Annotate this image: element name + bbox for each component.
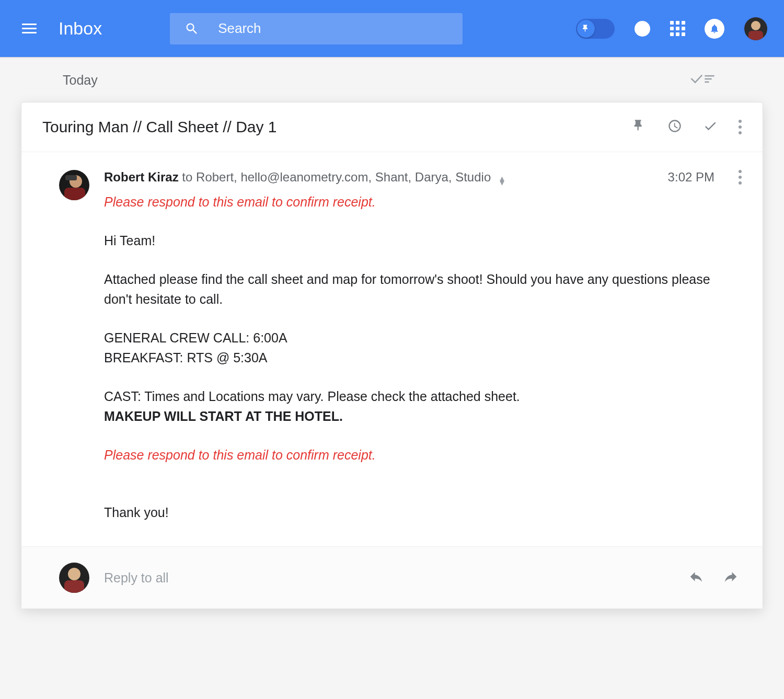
search-input[interactable]: Search	[170, 13, 463, 44]
account-avatar[interactable]	[744, 17, 767, 40]
svg-point-11	[68, 568, 80, 580]
more-button[interactable]	[739, 120, 742, 134]
forward-icon	[723, 569, 739, 585]
recipients: Robert, hello@leanometry.com, Shant, Dar…	[196, 170, 491, 184]
check-icon	[703, 119, 718, 133]
notifications-button[interactable]	[705, 19, 724, 39]
message-body: Please respond to this email to confirm …	[104, 192, 742, 522]
subject-actions	[632, 119, 742, 135]
header-actions	[576, 17, 767, 40]
forward-button[interactable]	[723, 569, 739, 587]
snooze-button[interactable]	[667, 119, 682, 135]
message: Robert Kiraz to Robert, hello@leanometry…	[21, 152, 763, 546]
greeting: Hi Team!	[104, 231, 742, 250]
subject-row: Touring Man // Call Sheet // Day 1	[21, 102, 763, 152]
menu-button[interactable]	[17, 16, 42, 41]
general-crew-call: GENERAL CREW CALL: 6:00A	[104, 328, 742, 348]
hamburger-icon	[22, 21, 37, 36]
search-icon	[185, 21, 199, 36]
apps-icon[interactable]	[670, 21, 685, 36]
chat-icon[interactable]	[635, 21, 650, 37]
message-more-button[interactable]	[739, 170, 742, 185]
pin-icon	[632, 119, 647, 133]
section-header: Today	[0, 58, 784, 102]
reply-icon	[688, 569, 704, 585]
svg-point-1	[751, 21, 760, 30]
svg-rect-9	[65, 175, 77, 180]
message-header: Robert Kiraz to Robert, hello@leanometry…	[104, 170, 742, 185]
sender-name: Robert Kiraz	[104, 170, 179, 184]
breakfast-line: BREAKFAST: RTS @ 5:30A	[104, 348, 742, 368]
to-prefix: to	[182, 170, 192, 184]
reply-row[interactable]: Reply to all	[21, 546, 763, 609]
pin-toggle[interactable]	[576, 19, 615, 39]
message-time: 3:02 PM	[668, 170, 730, 185]
cast-line: CAST: Times and Locations may vary. Plea…	[104, 386, 742, 406]
email-subject: Touring Man // Call Sheet // Day 1	[42, 118, 277, 136]
section-title: Today	[63, 73, 98, 88]
sweep-icon	[690, 72, 716, 86]
pin-icon	[581, 24, 591, 33]
body-paragraph: Attached please find the call sheet and …	[104, 269, 742, 309]
app-header: Inbox Search	[0, 0, 784, 57]
thanks-line: Thank you!	[104, 502, 742, 522]
bell-icon	[709, 24, 720, 34]
svg-rect-12	[64, 580, 84, 593]
done-button[interactable]	[703, 119, 718, 135]
clock-icon	[667, 119, 682, 133]
app-title: Inbox	[59, 18, 102, 39]
makeup-line: MAKEUP WILL START AT THE HOTEL.	[104, 406, 742, 426]
svg-rect-8	[64, 188, 85, 200]
search-placeholder: Search	[218, 20, 261, 37]
reply-placeholder: Reply to all	[104, 570, 169, 586]
pin-button[interactable]	[632, 119, 647, 135]
confirm-notice-bottom: Please respond to this email to confirm …	[104, 445, 742, 465]
confirm-notice-top: Please respond to this email to confirm …	[104, 192, 742, 212]
reply-button[interactable]	[688, 569, 704, 587]
mark-done-button[interactable]	[690, 72, 716, 88]
email-card: Touring Man // Call Sheet // Day 1 Rober…	[21, 102, 763, 609]
svg-rect-2	[748, 31, 763, 40]
reply-actions	[688, 569, 739, 587]
expand-recipients-icon[interactable]: ▴▾	[500, 176, 504, 185]
recipients-line[interactable]: Robert Kiraz to Robert, hello@leanometry…	[104, 170, 504, 185]
message-main: Robert Kiraz to Robert, hello@leanometry…	[104, 170, 742, 522]
sender-avatar[interactable]	[59, 170, 89, 200]
user-avatar	[59, 563, 89, 593]
